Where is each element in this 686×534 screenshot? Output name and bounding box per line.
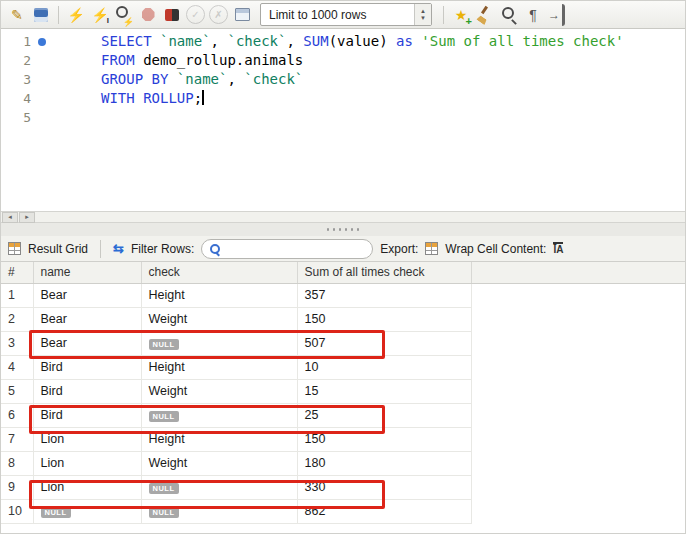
- table-row: 1BearHeight357: [1, 283, 685, 307]
- editor-horizontal-scrollbar[interactable]: ◂ ▸: [1, 211, 685, 223]
- cell-check[interactable]: Height: [141, 355, 297, 379]
- cell-name[interactable]: Lion: [33, 427, 141, 451]
- filter-rows-input[interactable]: [226, 241, 385, 257]
- export-recordset-icon[interactable]: [425, 242, 438, 255]
- autocommit-toggle-icon[interactable]: [231, 4, 253, 26]
- cell-name[interactable]: Lion: [33, 451, 141, 475]
- row-number-cell[interactable]: 8: [1, 451, 33, 475]
- cell-sum[interactable]: 180: [297, 451, 471, 475]
- cell-name[interactable]: NULL: [33, 499, 141, 523]
- stop-query-icon[interactable]: [137, 4, 159, 26]
- splitter-grip-icon: [325, 228, 361, 231]
- cell-filler: [471, 379, 685, 403]
- explain-plan-icon[interactable]: [113, 4, 135, 26]
- row-number-cell[interactable]: 2: [1, 307, 33, 331]
- table-row: 3BearNULL507: [1, 331, 685, 355]
- cell-filler: [471, 355, 685, 379]
- code-text: GROUP BY `name`, `check`: [101, 70, 303, 89]
- save-snippet-icon[interactable]: ★: [450, 4, 472, 26]
- limit-rows-dropdown[interactable]: Limit to 1000 rows ▲▼: [260, 3, 432, 26]
- table-row: 8LionWeight180: [1, 451, 685, 475]
- cell-check[interactable]: Weight: [141, 307, 297, 331]
- sql-editor[interactable]: 1SELECT `name`, `check`, SUM(value) as '…: [1, 29, 685, 211]
- cell-sum[interactable]: 357: [297, 283, 471, 307]
- cell-check[interactable]: Weight: [141, 451, 297, 475]
- execute-script-icon[interactable]: ⚡: [65, 4, 87, 26]
- new-sql-tab-icon[interactable]: ✎: [6, 4, 28, 26]
- cell-name[interactable]: Bird: [33, 403, 141, 427]
- refresh-icon[interactable]: ⇆: [113, 241, 124, 256]
- cell-name[interactable]: Bear: [33, 307, 141, 331]
- null-badge: NULL: [149, 483, 179, 495]
- line-number: 4: [1, 89, 31, 108]
- table-row: 6BirdNULL25: [1, 403, 685, 427]
- stop-on-error-toggle-icon[interactable]: [161, 4, 183, 26]
- wrap-cell-content-label: Wrap Cell Content:: [445, 242, 546, 256]
- column-header-sum[interactable]: Sum of all times check: [297, 262, 471, 283]
- null-badge: NULL: [149, 339, 179, 351]
- cell-sum[interactable]: 507: [297, 331, 471, 355]
- row-number-cell[interactable]: 7: [1, 427, 33, 451]
- cell-check[interactable]: Height: [141, 427, 297, 451]
- cell-sum[interactable]: 15: [297, 379, 471, 403]
- column-header-num[interactable]: #: [1, 262, 33, 283]
- column-header-check[interactable]: check: [141, 262, 297, 283]
- result-table: #namecheckSum of all times check1BearHei…: [1, 262, 685, 524]
- row-number-cell[interactable]: 10: [1, 499, 33, 523]
- cell-sum[interactable]: 330: [297, 475, 471, 499]
- cell-sum[interactable]: 10: [297, 355, 471, 379]
- row-number-cell[interactable]: 6: [1, 403, 33, 427]
- line-number: 3: [1, 70, 31, 89]
- row-number-cell[interactable]: 3: [1, 331, 33, 355]
- save-script-icon[interactable]: [30, 4, 52, 26]
- filter-rows-searchbox[interactable]: [201, 239, 373, 259]
- column-header-name[interactable]: name: [33, 262, 141, 283]
- cell-sum[interactable]: 150: [297, 307, 471, 331]
- cell-sum[interactable]: 25: [297, 403, 471, 427]
- mysql-workbench-window: ✎ ⚡⚡✓✗ Limit to 1000 rows ▲▼ ★¶→ 1SELECT…: [0, 0, 686, 534]
- cell-check[interactable]: NULL: [141, 475, 297, 499]
- cell-name[interactable]: Bird: [33, 355, 141, 379]
- rollback-icon[interactable]: ✗: [209, 5, 228, 24]
- commit-icon[interactable]: ✓: [186, 5, 205, 24]
- code-line: 4WITH ROLLUP;: [1, 89, 685, 108]
- text-cursor: [202, 90, 204, 105]
- table-row: 7LionHeight150: [1, 427, 685, 451]
- table-row: 4BirdHeight10: [1, 355, 685, 379]
- code-line: 1SELECT `name`, `check`, SUM(value) as '…: [1, 32, 685, 51]
- cell-name[interactable]: Bird: [33, 379, 141, 403]
- cell-name[interactable]: Lion: [33, 475, 141, 499]
- cell-sum[interactable]: 150: [297, 427, 471, 451]
- toolbar-separator: [100, 240, 101, 258]
- cell-name[interactable]: Bear: [33, 283, 141, 307]
- toggle-wrap-icon[interactable]: →: [546, 4, 565, 26]
- cell-check[interactable]: NULL: [141, 403, 297, 427]
- scroll-right-button[interactable]: ▸: [19, 212, 35, 223]
- cell-filler: [471, 331, 685, 355]
- cell-sum[interactable]: 862: [297, 499, 471, 523]
- row-number-cell[interactable]: 4: [1, 355, 33, 379]
- beautify-query-icon[interactable]: [474, 4, 496, 26]
- cell-filler: [471, 451, 685, 475]
- code-text: WITH ROLLUP;: [101, 89, 204, 108]
- scrollbar-track[interactable]: [35, 212, 685, 222]
- code-line: 3GROUP BY `name`, `check`: [1, 70, 685, 89]
- row-number-cell[interactable]: 9: [1, 475, 33, 499]
- wrap-cell-content-icon[interactable]: ĪA: [553, 242, 563, 255]
- table-row: 10NULLNULL862: [1, 499, 685, 523]
- cell-check[interactable]: Height: [141, 283, 297, 307]
- cell-check[interactable]: NULL: [141, 331, 297, 355]
- execute-statement-icon[interactable]: ⚡: [89, 4, 111, 26]
- cell-name[interactable]: Bear: [33, 331, 141, 355]
- limit-rows-spinner[interactable]: ▲▼: [414, 4, 431, 25]
- scroll-left-button[interactable]: ◂: [2, 212, 18, 223]
- show-invisibles-icon[interactable]: ¶: [522, 4, 544, 26]
- find-icon[interactable]: [498, 4, 520, 26]
- panel-splitter[interactable]: [1, 223, 685, 236]
- row-number-cell[interactable]: 1: [1, 283, 33, 307]
- column-header-filler: [471, 262, 685, 283]
- cell-check[interactable]: NULL: [141, 499, 297, 523]
- sql-editor-toolbar: ✎ ⚡⚡✓✗ Limit to 1000 rows ▲▼ ★¶→: [1, 1, 685, 29]
- row-number-cell[interactable]: 5: [1, 379, 33, 403]
- cell-check[interactable]: Weight: [141, 379, 297, 403]
